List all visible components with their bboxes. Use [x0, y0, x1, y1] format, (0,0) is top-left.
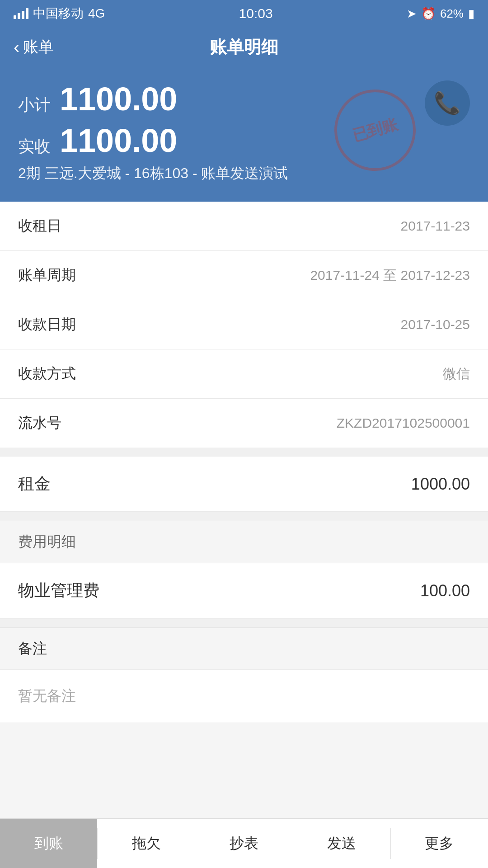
action-more[interactable]: 更多 [391, 819, 488, 868]
subtotal-label: 小计 [18, 94, 51, 116]
header-subtitle: 2期 三远.大爱城 - 16栋103 - 账单发送演试 [18, 164, 470, 184]
rent-amount: 1000.00 [411, 475, 470, 494]
phone-button[interactable]: 📞 [425, 80, 470, 126]
phone-icon: 📞 [434, 90, 461, 116]
status-right: ➤ ⏰ 62% ▮ [407, 7, 474, 21]
rent-label: 租金 [18, 473, 51, 495]
back-arrow-icon: ‹ [14, 38, 19, 56]
action-tuoqian[interactable]: 拖欠 [98, 819, 195, 868]
divider-1 [0, 448, 488, 457]
detail-row-3: 收款方式 微信 [0, 349, 488, 399]
back-label: 账单 [23, 37, 54, 57]
remark-title: 备注 [18, 640, 47, 656]
remark-header: 备注 [0, 627, 488, 670]
network-label: 4G [88, 6, 105, 21]
detail-key-2: 收款日期 [18, 315, 76, 335]
header-summary: 小计 1100.00 实收 1100.00 2期 三远.大爱城 - 16栋103… [0, 67, 488, 202]
detail-row-2: 收款日期 2017-10-25 [0, 300, 488, 349]
detail-key-1: 账单周期 [18, 265, 76, 285]
status-left: 中国移动 4G [14, 5, 105, 22]
detail-value-3: 微信 [443, 365, 470, 383]
detail-row-4: 流水号 ZKZD2017102500001 [0, 399, 488, 448]
subtotal-row: 小计 1100.00 [18, 80, 470, 118]
action-daoz[interactable]: 到账 [0, 819, 97, 868]
status-bar: 中国移动 4G 10:03 ➤ ⏰ 62% ▮ [0, 0, 488, 27]
actual-row: 实收 1100.00 [18, 122, 470, 159]
remark-content: 暂无备注 [0, 670, 488, 722]
action-fasong-label: 发送 [327, 834, 356, 854]
action-fasong[interactable]: 发送 [293, 819, 390, 868]
detail-value-0: 2017-11-23 [401, 218, 470, 234]
subtotal-amount: 1100.00 [60, 80, 177, 118]
detail-value-2: 2017-10-25 [401, 317, 470, 332]
location-icon: ➤ [407, 7, 417, 21]
action-chaobiao-label: 抄表 [230, 834, 258, 854]
battery-label: 62% [440, 7, 464, 21]
rent-row: 租金 1000.00 [0, 457, 488, 512]
nav-bar: ‹ 账单 账单明细 [0, 27, 488, 67]
fee-item-amount-0: 100.00 [420, 581, 470, 600]
fee-section-header: 费用明细 [0, 521, 488, 563]
actual-amount: 1100.00 [60, 122, 177, 159]
action-more-label: 更多 [425, 834, 454, 854]
fee-item-0: 物业管理费 100.00 [0, 563, 488, 618]
signal-icon [14, 8, 28, 19]
fee-item-label-0: 物业管理费 [18, 580, 99, 602]
action-tuoqian-label: 拖欠 [132, 834, 161, 854]
detail-value-4: ZKZD2017102500001 [337, 415, 470, 431]
fee-section-title: 费用明细 [18, 533, 76, 550]
detail-key-4: 流水号 [18, 413, 61, 433]
carrier-label: 中国移动 [33, 5, 84, 22]
time-label: 10:03 [239, 6, 273, 21]
detail-value-1: 2017-11-24 至 2017-12-23 [310, 266, 470, 285]
back-button[interactable]: ‹ 账单 [14, 37, 54, 57]
action-bar: 到账 拖欠 抄表 发送 更多 [0, 818, 488, 868]
remark-empty-text: 暂无备注 [18, 688, 76, 704]
action-daoz-label: 到账 [34, 834, 63, 854]
detail-key-3: 收款方式 [18, 364, 76, 384]
bottom-spacer [0, 722, 488, 781]
battery-icon: ▮ [468, 7, 474, 21]
actual-label: 实收 [18, 136, 51, 158]
detail-key-0: 收租日 [18, 216, 61, 236]
divider-3 [0, 618, 488, 627]
alarm-icon: ⏰ [421, 7, 436, 21]
detail-section: 收租日 2017-11-23 账单周期 2017-11-24 至 2017-12… [0, 202, 488, 448]
detail-row-0: 收租日 2017-11-23 [0, 202, 488, 251]
action-chaobiao[interactable]: 抄表 [195, 819, 292, 868]
divider-2 [0, 512, 488, 521]
page-title: 账单明细 [210, 36, 278, 59]
detail-row-1: 账单周期 2017-11-24 至 2017-12-23 [0, 251, 488, 300]
